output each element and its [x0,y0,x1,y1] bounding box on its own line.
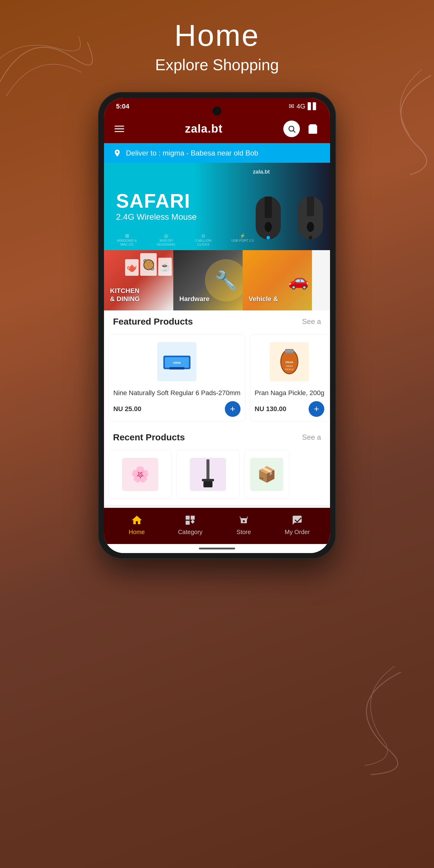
recent-section-header: Recent Products See a [104,426,330,445]
product-price-1: NU 25.00 [113,405,141,413]
delivery-text: Deliver to : migma - Babesa near old Bob [126,149,258,157]
product-image-nine: niine [157,342,196,381]
phone-frame: 5:04 ✉ 4G ▋▋ zala.bt [98,92,336,559]
svg-point-9 [307,222,314,232]
recent-img-3: 📦 [249,455,284,494]
svg-point-6 [267,236,270,240]
svg-point-0 [289,126,293,131]
camera-notch [213,106,221,116]
home-indicator-bar [199,548,235,550]
category-label-kitchen: KITCHEN& DINING [110,287,140,303]
page-title: Home [155,18,279,53]
bottom-nav: Home Category Store [104,508,330,544]
mouse-2-icon [291,193,330,250]
nav-item-category[interactable]: Category [175,514,205,535]
vehicle-visual: 🚗 [288,271,309,290]
add-to-cart-2[interactable]: + [309,401,324,417]
status-time: 5:04 [116,102,129,110]
nav-label-category: Category [178,529,203,535]
feature-windows: ⊞ WINDOWS &MAC OS [117,233,137,247]
nav-item-my-order[interactable]: My Order [282,514,312,535]
category-card-vehicle[interactable]: Vehicle & 🚗 [243,250,312,310]
scroll-content[interactable]: Deliver to : migma - Babesa near old Bob… [104,143,330,508]
menu-line-2 [115,128,124,129]
category-card-kitchen[interactable]: KITCHEN& DINING 🫖 🥘 ☕ [104,250,173,310]
home-icon [131,514,143,526]
add-to-cart-1[interactable]: + [225,401,241,417]
menu-button[interactable] [115,126,124,132]
product-image-pickle: PRAN NAGA PICKLE [270,342,309,381]
signal-icon: ▋▋ [308,102,318,110]
nav-item-store[interactable]: Store [229,514,259,535]
featured-section-header: Featured Products See a [104,310,330,330]
svg-rect-22 [207,459,210,480]
recent-card-3[interactable]: 📦 [244,450,289,499]
category-icon [184,514,196,526]
network-label: 4G [297,102,305,110]
nav-item-home[interactable]: Home [122,514,152,535]
header-actions [283,121,319,137]
recent-image-1: 🌸 [122,458,158,491]
product-price-row-1: NU 25.00 + [113,401,241,417]
product-card-2[interactable]: PRAN NAGA PICKLE Pran Naga Pickle, 200g … [250,334,329,422]
svg-text:PRAN: PRAN [286,361,293,364]
feature-clicks: ⊙ 3 MILLIONCLICKS [195,233,211,247]
status-icons: ✉ 4G ▋▋ [289,102,318,110]
banner-text-area: SAFARI 2.4G Wireless Mouse [116,191,197,222]
featured-see-all[interactable]: See a [302,317,321,326]
phone-container: 5:04 ✉ 4G ▋▋ zala.bt [98,92,336,559]
recent-title: Recent Products [113,432,185,442]
cart-button[interactable] [306,122,319,135]
delivery-bar: Deliver to : migma - Babesa near old Bob [104,143,330,163]
recent-products-row[interactable]: 🌸 [104,445,330,505]
product-name-1: Nine Naturally Soft Regular 6 Pads-270mm [113,389,241,398]
banner-features: ⊞ WINDOWS &MAC OS ◎ 3600 DPIDESIGNING ⊙ … [107,233,264,247]
product-img-2: PRAN NAGA PICKLE [255,339,324,384]
app-header: zala.bt [104,115,330,143]
product-img-1: niine [113,339,241,384]
featured-title: Featured Products [113,316,193,327]
home-indicator [104,544,330,553]
svg-line-1 [293,130,295,132]
recent-see-all[interactable]: See a [302,433,321,441]
category-card-hardware[interactable]: Hardware 🔧 [173,250,243,310]
category-label-vehicle: Vehicle & [249,295,278,303]
product-price-2: NU 130.00 [255,405,286,413]
recent-card-1[interactable]: 🌸 [108,450,172,499]
svg-point-18 [285,350,294,352]
recent-card-2[interactable] [176,450,240,499]
page-title-section: Home Explore Shopping [155,18,279,74]
page-subtitle: Explore Shopping [155,56,279,74]
product-card-1[interactable]: niine Nine Naturally Soft Regular 6 Pads… [108,334,245,422]
feature-dpi: ◎ 3600 DPIDESIGNING [157,233,176,247]
hardware-visual: 🔧 [205,259,243,301]
featured-products-row[interactable]: niine Nine Naturally Soft Regular 6 Pads… [104,330,330,426]
my-order-icon [291,514,303,526]
product-price-row-2: NU 130.00 + [255,401,324,417]
category-label-hardware: Hardware [179,295,210,303]
banner-logo-small: zala.bt [253,169,270,175]
svg-rect-14 [169,367,184,370]
phone-screen: 5:04 ✉ 4G ▋▋ zala.bt [104,98,330,553]
svg-rect-23 [202,479,214,481]
location-icon [113,149,121,157]
banner-section: SAFARI 2.4G Wireless Mouse zala.bt [104,163,330,250]
banner-brand: SAFARI [116,191,197,211]
search-button[interactable] [283,121,300,137]
svg-rect-4 [265,196,272,218]
app-logo: zala.bt [185,122,222,135]
nav-label-store: Store [237,529,251,535]
svg-point-10 [309,236,312,240]
svg-text:PICKLE: PICKLE [285,368,293,371]
delivery-address: migma - Babesa near old Bob [162,149,258,157]
menu-line-3 [115,131,124,132]
store-icon [238,514,250,526]
svg-rect-24 [204,481,213,487]
product-name-2: Pran Naga Pickle, 200g [255,389,324,398]
notification-icon: ✉ [289,102,294,110]
recent-img-1: 🌸 [113,455,167,494]
nav-label-home: Home [129,529,145,535]
nav-label-my-order: My Order [285,529,310,535]
category-row[interactable]: KITCHEN& DINING 🫖 🥘 ☕ Hardware 🔧 [104,250,330,310]
svg-point-5 [265,222,272,232]
